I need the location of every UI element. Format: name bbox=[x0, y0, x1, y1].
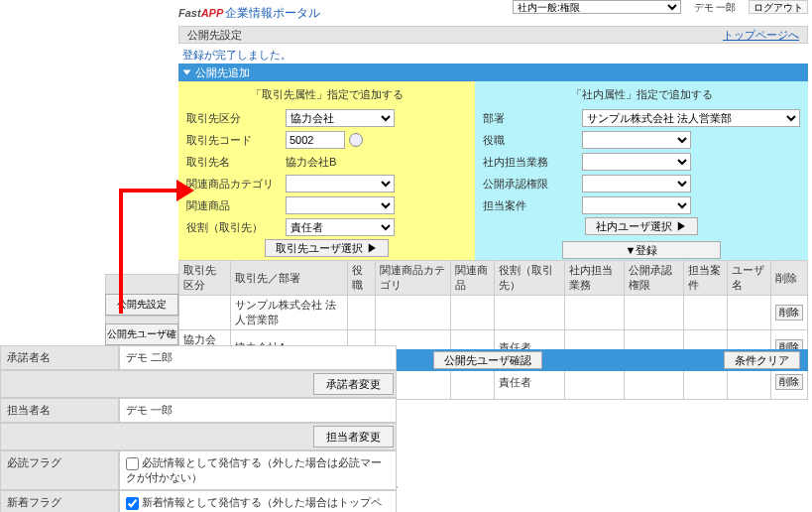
role-select[interactable]: 社内一般:権限 bbox=[513, 0, 681, 14]
register-button[interactable]: ▼登録 bbox=[562, 241, 721, 259]
partner-attr-panel: 「取引先属性」指定で追加する 取引先区分協力会社 取引先コード 取引先名協力会社… bbox=[178, 81, 475, 260]
partner-name-value: 協力会社B bbox=[286, 155, 336, 170]
tab-publish-target[interactable]: 公開先設定 bbox=[105, 294, 178, 316]
field-label: 必読フラグ bbox=[0, 450, 119, 490]
position-select[interactable] bbox=[582, 131, 691, 149]
delete-button[interactable]: 削除 bbox=[775, 305, 803, 320]
approval-auth-select[interactable] bbox=[582, 175, 691, 192]
partner-code-input[interactable] bbox=[286, 131, 345, 149]
tab-publish-user-confirm[interactable]: 公開先ユーザ確 bbox=[105, 323, 178, 345]
col-header: 担当案件 bbox=[683, 261, 727, 296]
new-text: 新着情報として発信する（外した場合はトップページに表示されない） bbox=[126, 496, 382, 512]
field-label: 担当案件 bbox=[483, 198, 582, 213]
top-page-link[interactable]: トップページへ bbox=[723, 28, 799, 43]
panel-title: 「取引先属性」指定で追加する bbox=[186, 87, 467, 102]
assignee-name: デモ 一郎 bbox=[126, 404, 173, 416]
col-header: 削除 bbox=[770, 261, 807, 296]
user-label: デモ 一郎 bbox=[685, 0, 745, 14]
field-label: 承諾者名 bbox=[0, 345, 119, 370]
col-header: 関連商品 bbox=[451, 261, 495, 296]
delete-button[interactable]: 削除 bbox=[775, 374, 803, 390]
col-header: ユーザ名 bbox=[727, 261, 770, 296]
field-label: 取引先コード bbox=[186, 133, 286, 148]
approver-name: デモ 二郎 bbox=[126, 351, 173, 363]
col-header: 役割（取引先） bbox=[495, 261, 565, 296]
internal-attr-panel: 「社内属性」指定で追加する 部署サンプル株式会社 法人営業部 役職 社内担当業務… bbox=[475, 81, 808, 260]
case-select[interactable] bbox=[582, 196, 691, 214]
mustread-text: 必読情報として発信する（外した場合は必読マークが付かない） bbox=[126, 456, 382, 483]
field-label: 取引先区分 bbox=[186, 111, 286, 126]
field-label: 担当者名 bbox=[0, 398, 119, 423]
confirm-users-button[interactable]: 公開先ユーザ確認 bbox=[433, 351, 542, 369]
field-label: 役職 bbox=[483, 133, 582, 148]
internal-user-select-button[interactable]: 社内ユーザ選択 ▶ bbox=[585, 217, 697, 235]
dept-select[interactable]: サンプル株式会社 法人営業部 bbox=[582, 109, 800, 127]
product-category-select[interactable] bbox=[286, 175, 395, 192]
role-partner-select[interactable]: 責任者 bbox=[286, 218, 395, 236]
field-label: 役割（取引先） bbox=[186, 220, 286, 235]
page-title: 公開先設定 bbox=[187, 28, 242, 43]
section-header[interactable]: 公開先追加 bbox=[178, 64, 808, 81]
field-label: 社内担当業務 bbox=[483, 155, 582, 170]
logout-button[interactable]: ログアウト bbox=[749, 0, 808, 14]
product-select[interactable] bbox=[286, 196, 395, 214]
field-label: 公開承認権限 bbox=[483, 177, 582, 192]
clear-conditions-button[interactable]: 条件クリア bbox=[724, 351, 800, 369]
partner-class-select[interactable]: 協力会社 bbox=[286, 109, 395, 127]
field-label: 関連商品カテゴリ bbox=[186, 177, 286, 192]
search-icon[interactable] bbox=[349, 133, 363, 147]
change-approver-button[interactable]: 承諾者変更 bbox=[313, 373, 394, 395]
field-label: 部署 bbox=[483, 111, 582, 126]
change-assignee-button[interactable]: 担当者変更 bbox=[313, 426, 394, 448]
col-header: 公開承認権限 bbox=[624, 261, 683, 296]
partner-user-select-button[interactable]: 取引先ユーザ選択 ▶ bbox=[265, 239, 388, 257]
field-label: 取引先名 bbox=[186, 155, 286, 170]
field-label: 関連商品 bbox=[186, 198, 286, 213]
status-message: 登録が完了しました。 bbox=[182, 48, 291, 63]
col-header: 社内担当業務 bbox=[565, 261, 625, 296]
mustread-checkbox[interactable] bbox=[126, 457, 139, 470]
internal-duty-select[interactable] bbox=[582, 153, 691, 171]
panel-title: 「社内属性」指定で追加する bbox=[483, 87, 800, 102]
field-label: 新着フラグ bbox=[0, 490, 119, 512]
new-checkbox[interactable] bbox=[126, 497, 139, 510]
